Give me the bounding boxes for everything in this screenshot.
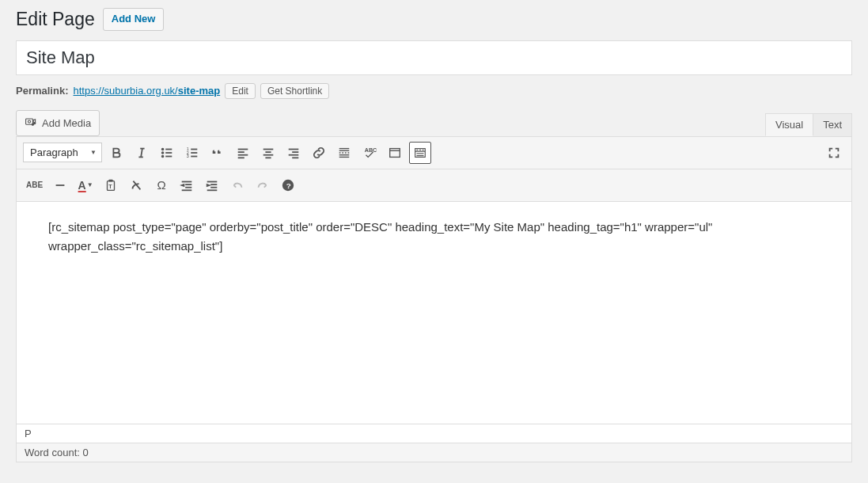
svg-point-2 [32,124,33,125]
svg-point-1 [28,120,30,123]
svg-line-6 [141,148,142,157]
numbered-list-button[interactable]: 123 [181,142,203,164]
page-title: Edit Page [16,9,95,30]
camera-music-icon [25,116,37,131]
paste-text-button[interactable]: T [100,174,122,196]
clear-formatting-button[interactable] [125,174,147,196]
svg-text:?: ? [286,181,291,189]
text-color-button[interactable]: A▼ [74,174,97,196]
link-button[interactable] [308,142,330,164]
bullet-list-button[interactable] [156,142,178,164]
toolbar-toggle-button[interactable] [409,142,431,164]
indent-button[interactable] [201,174,223,196]
editor-container: Paragraph 123 ABC ABE A▼ T Ω ? [rc_sitem… [16,136,852,462]
svg-text:T: T [108,182,112,189]
undo-button[interactable] [226,174,248,196]
get-shortlink-button[interactable]: Get Shortlink [260,83,329,99]
svg-text:ABC: ABC [365,146,377,154]
toolbar-row-2: ABE A▼ T Ω ? [17,169,851,202]
fullscreen-button[interactable] [384,142,406,164]
tab-visual[interactable]: Visual [765,113,813,136]
word-count-bar: Word count: 0 [17,443,851,462]
svg-text:3: 3 [187,154,189,158]
editor-content-area[interactable]: [rc_sitemap post_type="page" orderby="po… [17,202,851,424]
special-character-button[interactable]: Ω [150,174,172,196]
distraction-free-button[interactable] [823,142,845,164]
post-title-input[interactable] [16,40,852,75]
help-button[interactable]: ? [277,174,299,196]
toolbar-row-1: Paragraph 123 ABC [17,137,851,169]
add-media-label: Add Media [42,117,91,129]
read-more-button[interactable] [333,142,355,164]
italic-button[interactable] [131,142,153,164]
editor-element-path: P [17,424,851,443]
spellcheck-button[interactable]: ABC [358,142,381,164]
align-center-button[interactable] [257,142,279,164]
outdent-button[interactable] [176,174,198,196]
horizontal-rule-button[interactable] [49,174,71,196]
svg-point-9 [162,152,164,154]
add-new-button[interactable]: Add New [103,8,165,31]
blockquote-button[interactable] [207,142,229,164]
svg-point-11 [162,155,164,157]
format-select[interactable]: Paragraph [23,143,102,162]
svg-point-7 [162,148,164,150]
permalink-link[interactable]: https://suburbia.org.uk/site-map [73,85,220,97]
align-right-button[interactable] [282,142,305,164]
add-media-button[interactable]: Add Media [16,110,100,136]
align-left-button[interactable] [232,142,254,164]
svg-rect-0 [26,119,33,124]
svg-rect-48 [108,180,112,182]
permalink-label: Permalink: [16,85,68,97]
redo-button[interactable] [252,174,274,196]
bold-button[interactable] [105,142,127,164]
strikethrough-button[interactable]: ABE [23,174,46,196]
svg-rect-37 [390,148,400,157]
permalink-edit-button[interactable]: Edit [225,83,256,99]
tab-text[interactable]: Text [813,113,852,136]
svg-point-3 [34,122,36,124]
